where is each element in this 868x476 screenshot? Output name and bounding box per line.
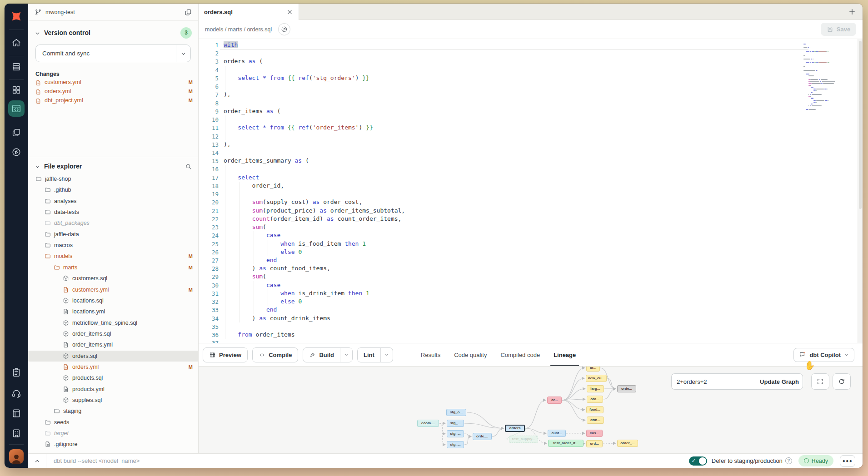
dbt-copilot-button[interactable]: dbt Copilot [793,348,854,362]
search-icon[interactable] [185,163,192,170]
tab-title: orders.sql [204,9,233,15]
rail-item-explore[interactable] [5,144,28,160]
help-icon[interactable]: ? [785,457,792,464]
tab-orders-sql[interactable]: orders.sql [199,4,299,20]
rail-item-projects[interactable] [5,125,28,140]
lineage-node-y4[interactable]: ord... [587,396,603,403]
lineage-node-ghost[interactable]: test_supply... [509,436,538,443]
commit-options-chevron[interactable] [176,45,190,62]
line-number: 14 [203,149,219,156]
tree-item-order_items.yml[interactable]: order_items.yml [28,339,198,350]
tree-item-jaffle-shop[interactable]: jaffle-shop [28,174,198,184]
lineage-node-ord_stg[interactable]: orde.... [473,433,492,440]
editor-minimap[interactable] [803,44,844,121]
lineage-node-stg_b[interactable]: stg_... [447,430,464,437]
more-options-button[interactable]: ●●● [840,455,855,467]
open-in-explorer-icon[interactable] [278,23,290,35]
changed-file-customers.yml[interactable]: customers.yml M [35,78,193,87]
lineage-node-stg_a[interactable]: stg_... [447,420,464,427]
lineage-node-y6[interactable]: drin... [587,416,604,424]
build-button[interactable]: Build [303,347,353,362]
rail-item-apps[interactable] [5,82,28,98]
tree-item-supplies.sql[interactable]: supplies.sql [28,395,198,406]
dbt-logo-icon[interactable] [5,7,28,25]
lineage-node-stg_c[interactable]: stg_... [447,441,464,448]
lineage-node-y7[interactable]: ord... [586,440,603,447]
tab-lineage[interactable]: Lineage [547,343,583,366]
lineage-node-gray[interactable]: orde... [617,385,636,392]
tree-item-locations.sql[interactable]: locations.sql [28,295,198,306]
rail-item-ide[interactable] [5,101,28,116]
tree-item-seeds[interactable]: seeds [28,417,198,428]
tree-item-orders.sql[interactable]: orders.sql [28,351,198,362]
lineage-node-stg_top[interactable]: stg_o... [446,409,466,416]
lineage-selector-input[interactable] [671,373,756,390]
copy-icon[interactable] [185,9,192,16]
branch-name[interactable]: mwong-test [45,9,75,15]
update-graph-button[interactable]: Update Graph [756,373,803,390]
rail-item-changelog[interactable] [5,365,28,380]
tree-item-.gitignore[interactable]: .gitignore [28,439,198,450]
lineage-node-cust[interactable]: cust... [548,430,566,437]
tree-item-staging[interactable]: staging [28,406,198,416]
tab-results[interactable]: Results [414,343,447,366]
chevron-up-icon[interactable] [28,454,46,468]
rail-item-support[interactable] [5,386,28,401]
user-avatar[interactable] [9,449,24,464]
tab-code-quality[interactable]: Code quality [447,343,494,366]
file-explorer-header[interactable]: File explorer [28,160,198,173]
model-icon [63,320,69,326]
lineage-node-y5[interactable]: food... [586,406,604,413]
rail-item-environments[interactable] [5,59,28,74]
version-control-header[interactable]: Version control 3 [28,26,198,39]
dbt-command-input[interactable] [46,454,689,468]
changed-file-dbt_project.yml[interactable]: dbt_project.yml M [35,96,193,105]
fullscreen-icon[interactable] [811,373,829,390]
tree-item-order_items.sql[interactable]: order_items.sql [28,328,198,339]
new-tab-icon[interactable] [848,8,856,16]
lineage-node-y3[interactable]: larg... [587,385,604,392]
lineage-node-y8[interactable]: order_... [617,440,638,447]
rail-item-docs[interactable] [5,406,28,421]
lineage-node-p2[interactable]: cus... [586,430,603,437]
tree-item-jaffle-data[interactable]: jaffle-data [28,229,198,240]
tree-item-metricflow_time_spine.sql[interactable]: metricflow_time_spine.sql [28,317,198,328]
tree-item-orders.yml[interactable]: orders.ymlM [28,362,198,372]
lineage-panel[interactable]: ecom....stg_o...stg_...stg_...stg_...ord… [199,366,863,453]
lineage-node-t_ord[interactable]: test_order_it... [548,440,584,447]
tab-compiled-code[interactable]: Compiled code [494,343,547,366]
tree-item-dbt_packages[interactable]: dbt_packages [28,218,198,228]
tree-item-analyses[interactable]: analyses [28,196,198,207]
commit-and-sync-button[interactable]: Commit and sync [35,45,191,62]
tree-item-products.sql[interactable]: products.sql [28,372,198,383]
lineage-node-y1[interactable]: or... [586,366,600,372]
rail-item-home[interactable] [5,35,28,50]
tree-item-macros[interactable]: macros [28,240,198,251]
build-options-chevron[interactable] [340,348,352,362]
tree-item-.github[interactable]: .github [28,184,198,195]
tree-item-customers.yml[interactable]: customers.ymlM [28,284,198,295]
refresh-icon[interactable] [833,373,851,390]
compile-button[interactable]: Compile [252,347,298,362]
tree-item-models[interactable]: modelsM [28,251,198,262]
rail-item-organization[interactable] [5,426,28,441]
lineage-node-orders[interactable]: orders [505,425,525,432]
tree-item-customers.sql[interactable]: customers.sql [28,273,198,284]
tree-item-data-tests[interactable]: data-tests [28,207,198,218]
tree-item-locations.yml[interactable]: locations.yml [28,306,198,317]
lint-options-chevron[interactable] [380,348,393,362]
lint-button[interactable]: Lint [357,347,393,362]
tree-item-products.yml[interactable]: products.yml [28,384,198,395]
lineage-node-or_p[interactable]: or... [547,397,562,404]
close-icon[interactable] [286,9,293,15]
save-button[interactable]: Save [821,23,856,36]
lineage-node-src_ecom[interactable]: ecom.... [417,420,439,427]
changed-file-orders.yml[interactable]: orders.yml M [35,87,193,96]
tree-item-target[interactable]: target [28,428,198,439]
defer-toggle[interactable]: ✓ [689,456,707,466]
tree-item-marts[interactable]: martsM [28,262,198,273]
lineage-node-y2[interactable]: new_cu... [586,375,607,382]
code-editor[interactable]: 1234567891011121314151617181920212223242… [199,39,863,343]
editor-scrollbar[interactable] [858,39,863,343]
preview-button[interactable]: Preview [203,347,248,362]
